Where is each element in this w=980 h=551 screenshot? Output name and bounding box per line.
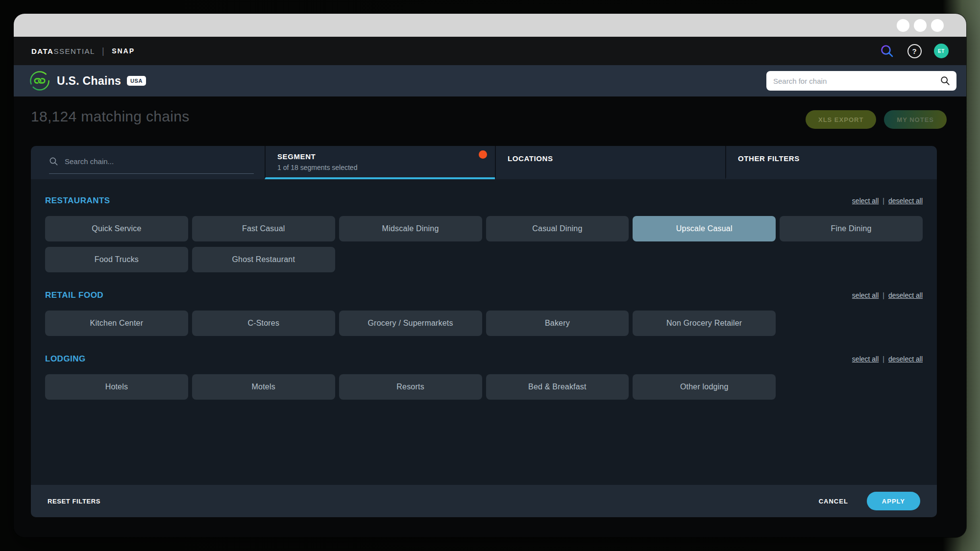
segment-button-kitchen-center[interactable]: Kitchen Center <box>45 311 188 336</box>
segment-button-upscale-casual[interactable]: Upscale Casual <box>633 216 776 241</box>
section-header-lodging: LODGING select all|deselect all <box>45 354 923 364</box>
segment-button-quick-service[interactable]: Quick Service <box>45 216 188 241</box>
filter-panel: Search chain... SEGMENT 1 of 18 segments… <box>31 146 937 517</box>
segment-button-grocery-supermarkets[interactable]: Grocery / Supermarkets <box>339 311 482 336</box>
select-all-link[interactable]: select all <box>852 291 879 299</box>
segment-button-fine-dining[interactable]: Fine Dining <box>780 216 923 241</box>
segment-button-fast-casual[interactable]: Fast Casual <box>192 216 335 241</box>
brand-logo: DATA SSENTIAL | SNAP <box>31 46 135 56</box>
reset-filters-button[interactable]: RESET FILTERS <box>48 498 100 505</box>
section-title: LODGING <box>45 354 86 364</box>
deselect-all-link[interactable]: deselect all <box>888 197 923 205</box>
section-title: RESTAURANTS <box>45 196 110 206</box>
segment-button-c-stores[interactable]: C-Stores <box>192 311 335 336</box>
page-title: U.S. Chains <box>57 74 121 88</box>
tab-other-filters-label: OTHER FILTERS <box>738 154 937 163</box>
main-content: 18,124 matching chains XLS EXPORT MY NOT… <box>14 96 966 537</box>
top-navigation-bar: DATA SSENTIAL | SNAP ? ET <box>14 37 966 65</box>
apply-button[interactable]: APPLY <box>867 492 920 510</box>
brand-secondary: SSENTIAL <box>53 47 95 55</box>
cancel-button[interactable]: CANCEL <box>819 498 848 505</box>
tab-locations[interactable]: LOCATIONS <box>495 146 725 179</box>
links-divider: | <box>882 291 884 299</box>
brand-divider: | <box>102 46 105 56</box>
segment-grid-restaurants: Quick ServiceFast CasualMidscale DiningC… <box>45 216 923 272</box>
tab-segment[interactable]: SEGMENT 1 of 18 segments selected <box>265 146 495 179</box>
chain-filter-search-placeholder: Search chain... <box>65 157 114 166</box>
brand-primary: DATA <box>31 47 53 55</box>
segment-grid-retail-food: Kitchen CenterC-StoresGrocery / Supermar… <box>45 311 923 336</box>
select-all-link[interactable]: select all <box>852 355 879 363</box>
global-search-icon[interactable] <box>879 43 895 59</box>
segment-button-food-trucks[interactable]: Food Trucks <box>45 247 188 272</box>
segment-grid-lodging: HotelsMotelsResortsBed & BreakfastOther … <box>45 374 923 400</box>
product-name: SNAP <box>112 47 135 55</box>
tab-segment-label: SEGMENT <box>277 152 495 161</box>
section-header-restaurants: RESTAURANTS select all|deselect all <box>45 196 923 206</box>
matching-chains-count: 18,124 matching chains <box>31 108 189 125</box>
search-icon <box>940 75 951 86</box>
question-mark-icon: ? <box>907 44 922 58</box>
search-icon <box>49 157 58 166</box>
tab-other-filters[interactable]: OTHER FILTERS <box>725 146 937 179</box>
segment-button-non-grocery-retailer[interactable]: Non Grocery Retailer <box>633 311 776 336</box>
segment-button-bakery[interactable]: Bakery <box>486 311 629 336</box>
country-badge: USA <box>127 76 146 86</box>
window-control-icon[interactable] <box>897 19 909 32</box>
filter-tab-bar: Search chain... SEGMENT 1 of 18 segments… <box>31 146 937 179</box>
segment-button-hotels[interactable]: Hotels <box>45 374 188 400</box>
section-header-retail-food: RETAIL FOOD select all|deselect all <box>45 290 923 300</box>
section-title: RETAIL FOOD <box>45 290 103 300</box>
segment-panel-body: RESTAURANTS select all|deselect all Quic… <box>31 179 937 485</box>
notification-dot-icon <box>479 150 487 159</box>
chain-search-input[interactable] <box>773 77 940 85</box>
chain-search-box[interactable] <box>766 71 956 91</box>
help-button[interactable]: ? <box>906 43 922 59</box>
app-window: DATA SSENTIAL | SNAP ? ET <box>14 14 966 537</box>
chain-filter-search-input[interactable]: Search chain... <box>49 157 254 174</box>
segment-button-other-lodging[interactable]: Other lodging <box>633 374 776 400</box>
select-all-link[interactable]: select all <box>852 197 879 205</box>
deselect-all-link[interactable]: deselect all <box>888 355 923 363</box>
xls-export-button[interactable]: XLS EXPORT <box>806 110 876 129</box>
window-control-icon[interactable] <box>914 19 927 32</box>
segment-button-motels[interactable]: Motels <box>192 374 335 400</box>
deselect-all-link[interactable]: deselect all <box>888 291 923 299</box>
chain-link-logo-icon <box>29 71 50 91</box>
links-divider: | <box>882 197 884 205</box>
my-notes-button[interactable]: MY NOTES <box>884 110 947 129</box>
window-titlebar <box>14 14 966 37</box>
app-header-bar: U.S. Chains USA <box>14 65 966 96</box>
segment-button-ghost-restaurant[interactable]: Ghost Restaurant <box>192 247 335 272</box>
search-icon <box>880 44 894 58</box>
filter-footer: RESET FILTERS CANCEL APPLY <box>31 485 937 517</box>
segment-button-bed-breakfast[interactable]: Bed & Breakfast <box>486 374 629 400</box>
links-divider: | <box>882 355 884 363</box>
tab-locations-label: LOCATIONS <box>508 154 725 163</box>
segment-button-casual-dining[interactable]: Casual Dining <box>486 216 629 241</box>
tab-segment-sublabel: 1 of 18 segments selected <box>277 164 495 171</box>
segment-button-resorts[interactable]: Resorts <box>339 374 482 400</box>
segment-button-midscale-dining[interactable]: Midscale Dining <box>339 216 482 241</box>
user-avatar[interactable]: ET <box>934 44 949 58</box>
window-control-icon[interactable] <box>931 19 944 32</box>
chain-filter-search-cell: Search chain... <box>31 146 265 179</box>
